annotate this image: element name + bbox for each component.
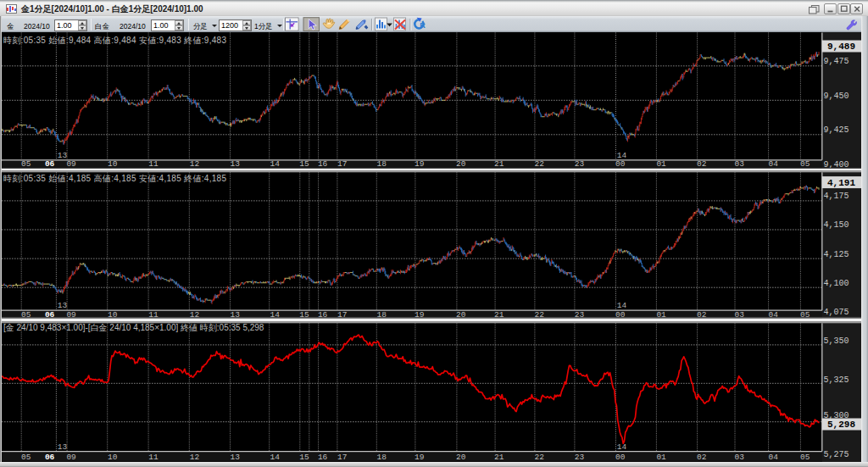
svg-text:21: 21 (494, 453, 504, 462)
svg-text:14: 14 (617, 301, 627, 310)
svg-text:9,475: 9,475 (824, 57, 849, 66)
svg-text:14: 14 (617, 151, 627, 160)
svg-text:R: R (420, 21, 426, 30)
svg-text:23: 23 (575, 453, 585, 462)
svg-text:18: 18 (376, 453, 387, 462)
svg-text:10: 10 (108, 159, 118, 169)
svg-text:09: 09 (66, 453, 76, 462)
svg-text:22: 22 (535, 453, 545, 462)
svg-text:16: 16 (318, 453, 328, 462)
svg-text:01: 01 (656, 453, 666, 462)
svg-text:11: 11 (148, 453, 159, 462)
svg-text:04: 04 (768, 159, 778, 169)
svg-text:4,100: 4,100 (824, 279, 849, 288)
svg-text:20: 20 (456, 159, 466, 169)
svg-text:13: 13 (58, 301, 68, 310)
svg-text:00: 00 (615, 159, 626, 169)
svg-text:19: 19 (415, 159, 425, 169)
svg-text:20: 20 (456, 453, 466, 462)
svg-text:17: 17 (337, 453, 347, 462)
svg-text:03: 03 (734, 159, 744, 169)
svg-text:4,175: 4,175 (824, 192, 849, 201)
svg-text:10: 10 (108, 453, 118, 462)
svg-text:06: 06 (45, 159, 55, 169)
svg-text:12: 12 (190, 453, 200, 462)
svg-text:06: 06 (45, 453, 55, 462)
svg-text:19: 19 (415, 453, 425, 462)
svg-text:4,150: 4,150 (824, 220, 849, 230)
svg-text:09: 09 (66, 159, 76, 169)
svg-text:05: 05 (800, 159, 810, 169)
svg-text:14: 14 (270, 453, 281, 462)
svg-text:9,450: 9,450 (824, 92, 849, 101)
svg-text:14: 14 (617, 442, 627, 452)
svg-text:13: 13 (231, 453, 241, 462)
svg-text:15: 15 (299, 159, 309, 169)
svg-text:11: 11 (148, 159, 159, 169)
svg-text:22: 22 (535, 159, 545, 169)
svg-text:13: 13 (58, 151, 68, 160)
svg-text:01: 01 (656, 159, 666, 169)
svg-text:[金 24/10 9,483×1.00]-[白金 24/10: [金 24/10 9,483×1.00]-[白金 24/10 4,185×1.0… (3, 323, 264, 332)
svg-text:02: 02 (697, 453, 707, 462)
svg-text:05: 05 (800, 453, 810, 462)
svg-text:23: 23 (575, 159, 585, 169)
svg-text:05: 05 (21, 453, 31, 462)
svg-text:15: 15 (299, 453, 309, 462)
svg-text:13: 13 (58, 442, 68, 452)
svg-text:5,275: 5,275 (824, 450, 849, 459)
svg-text:21: 21 (494, 159, 504, 169)
svg-text:04: 04 (768, 453, 778, 462)
svg-text:05: 05 (21, 159, 31, 169)
svg-text:5,298: 5,298 (827, 420, 855, 430)
svg-text:12: 12 (190, 159, 200, 169)
svg-text:00: 00 (615, 453, 626, 462)
svg-text:14: 14 (270, 159, 281, 169)
svg-text:18: 18 (376, 159, 387, 169)
svg-text:5,350: 5,350 (824, 336, 849, 346)
svg-text:13: 13 (231, 159, 241, 169)
svg-text:時刻:05:35 始値:4,185 高値:4,185 安値:: 時刻:05:35 始値:4,185 高値:4,185 安値:4,185 終値:4… (3, 174, 226, 183)
svg-text:9,425: 9,425 (824, 125, 849, 135)
svg-text:03: 03 (734, 453, 744, 462)
svg-text:9,489: 9,489 (827, 42, 855, 52)
svg-text:16: 16 (318, 159, 328, 169)
svg-text:5,325: 5,325 (824, 375, 849, 385)
svg-text:4,075: 4,075 (824, 308, 849, 317)
svg-text:4,125: 4,125 (824, 250, 849, 259)
svg-text:4,191: 4,191 (827, 178, 855, 188)
svg-text:時刻:05:35 始値:9,484 高値:9,484 安値:: 時刻:05:35 始値:9,484 高値:9,484 安値:9,483 終値:9… (3, 36, 226, 45)
svg-text:17: 17 (337, 159, 347, 169)
svg-text:02: 02 (697, 159, 707, 169)
